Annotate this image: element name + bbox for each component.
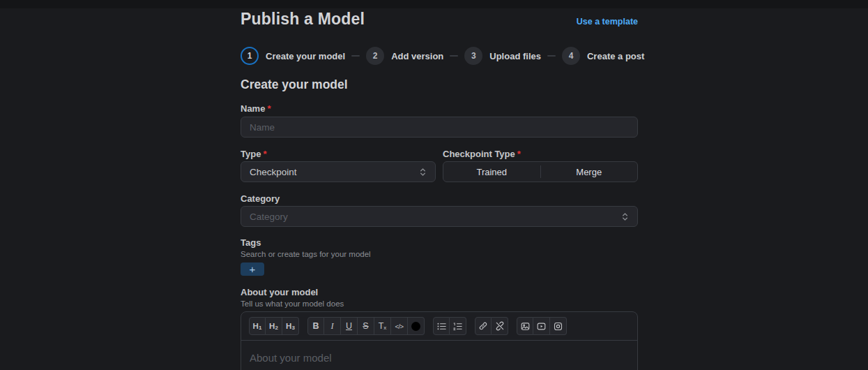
name-input[interactable] (241, 117, 638, 138)
code-button[interactable]: </> (391, 317, 408, 335)
clear-formatting-glyph: T (379, 321, 384, 331)
type-select-value: Checkpoint (250, 167, 297, 177)
link-button-group (475, 317, 508, 335)
heading-1-button[interactable]: H1 (249, 317, 266, 335)
tags-description: Search or create tags for your model (241, 250, 638, 258)
step-1-label: Create your model (266, 51, 345, 61)
about-field-group: About your model Tell us what your model… (241, 287, 638, 370)
color-picker-button[interactable] (408, 317, 425, 335)
segment-option-trained[interactable]: Trained (443, 162, 540, 182)
h2-sub: 2 (275, 325, 277, 331)
format-button-group: B I U S Tx </> (307, 317, 425, 335)
step-2-circle[interactable]: 2 (366, 47, 384, 65)
type-field-group: Type* Checkpoint (241, 149, 436, 182)
heading-3-button[interactable]: H3 (282, 317, 299, 335)
step-create-a-post[interactable]: 4 Create a post (562, 47, 644, 65)
use-template-link[interactable]: Use a template (577, 17, 638, 27)
instagram-icon[interactable] (550, 317, 567, 335)
clear-formatting-sub: x (383, 325, 386, 331)
h3-glyph: H (286, 322, 291, 330)
step-separator (547, 55, 556, 57)
category-field-group: Category Category (241, 193, 638, 227)
checkpoint-type-field-group: Checkpoint Type* Trained Merge (443, 149, 638, 182)
step-2-label: Add version (391, 51, 443, 61)
step-create-your-model[interactable]: 1 Create your model (241, 47, 345, 65)
chevron-selector-icon (620, 212, 630, 222)
type-select[interactable]: Checkpoint (241, 161, 436, 182)
about-description: Tell us what your model does (241, 299, 638, 308)
step-add-version[interactable]: 2 Add version (366, 47, 443, 65)
underline-button[interactable]: U (341, 317, 358, 335)
name-label: Name* (241, 103, 638, 114)
category-select[interactable]: Category (241, 206, 638, 227)
required-asterisk: * (517, 149, 521, 159)
name-field-group: Name* (241, 103, 638, 138)
checkpoint-type-label-text: Checkpoint Type (443, 149, 515, 159)
bold-button[interactable]: B (307, 317, 324, 335)
step-separator (450, 55, 458, 57)
section-heading: Create your model (241, 77, 638, 92)
checkpoint-type-segmented-control: Trained Merge (443, 161, 638, 182)
name-label-text: Name (241, 103, 265, 114)
step-3-label: Upload files (489, 51, 541, 61)
strikethrough-button[interactable]: S (358, 317, 374, 335)
type-label-text: Type (241, 149, 261, 159)
step-upload-files[interactable]: 3 Upload files (464, 47, 541, 65)
type-label: Type* (241, 149, 436, 159)
list-button-group (433, 317, 466, 335)
image-icon[interactable] (517, 317, 533, 335)
ordered-list-icon[interactable] (450, 317, 466, 335)
italic-button[interactable]: I (324, 317, 341, 335)
required-asterisk: * (267, 103, 271, 114)
heading-button-group: H1 H2 H3 (249, 317, 299, 335)
step-1-circle[interactable]: 1 (241, 47, 259, 65)
rich-text-editor: H1 H2 H3 B I U S Tx </> (241, 311, 638, 370)
checkpoint-type-label: Checkpoint Type* (443, 149, 638, 159)
video-icon[interactable] (533, 317, 550, 335)
link-icon[interactable] (475, 317, 492, 335)
category-label: Category (241, 193, 638, 204)
category-select-placeholder: Category (250, 212, 288, 222)
tags-label: Tags (241, 237, 638, 248)
bullet-list-icon[interactable] (433, 317, 450, 335)
type-row: Type* Checkpoint Checkpoint Type* Traine… (241, 149, 638, 182)
step-4-circle[interactable]: 4 (562, 47, 580, 65)
media-button-group (517, 317, 567, 335)
publish-model-form: Publish a Model Use a template 1 Create … (241, 0, 638, 370)
about-label: About your model (241, 287, 638, 297)
h1-glyph: H (253, 322, 259, 330)
editor-placeholder: About your model (250, 352, 332, 364)
tags-field-group: Tags Search or create tags for your mode… (241, 237, 638, 276)
color-swatch-black (411, 322, 420, 331)
step-3-circle[interactable]: 3 (464, 47, 482, 65)
segment-option-merge[interactable]: Merge (541, 162, 638, 182)
h1-sub: 1 (259, 325, 261, 331)
h2-glyph: H (269, 322, 275, 330)
step-4-label: Create a post (587, 51, 644, 61)
h3-sub: 3 (291, 325, 294, 331)
required-asterisk: * (263, 149, 266, 159)
heading-2-button[interactable]: H2 (266, 317, 282, 335)
clear-formatting-button[interactable]: Tx (374, 317, 391, 335)
chevron-selector-icon (418, 167, 428, 177)
editor-toolbar: H1 H2 H3 B I U S Tx </> (241, 312, 637, 341)
step-separator (351, 55, 360, 57)
editor-content-area[interactable]: About your model (241, 341, 637, 370)
page-title: Publish a Model (241, 9, 365, 29)
unlink-icon[interactable] (492, 317, 508, 335)
add-tag-button[interactable]: + (241, 262, 264, 276)
page-header: Publish a Model Use a template (241, 9, 638, 29)
stepper: 1 Create your model 2 Add version 3 Uplo… (241, 47, 638, 65)
